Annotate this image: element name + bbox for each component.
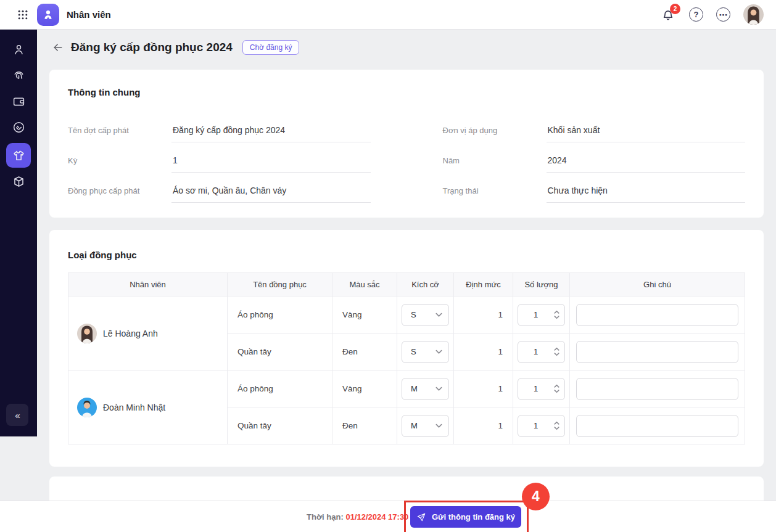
wallet-icon [12, 94, 26, 108]
field-uniforms-issued: Đồng phục cấp phát Áo sơ mi, Quần âu, Ch… [68, 173, 371, 203]
employee-avatar [77, 324, 97, 343]
table-row: Đoàn Minh Nhật Áo phông Vàng M 1 1 [68, 370, 745, 407]
size-select-value: S [411, 310, 416, 319]
deadline-label: Thời hạn: [307, 512, 344, 522]
app-title: Nhân viên [67, 9, 111, 20]
note-input[interactable] [576, 341, 738, 363]
page-header: Đăng ký cấp đồng phục 2024 Chờ đăng ký [37, 30, 776, 65]
size-select[interactable]: S [402, 341, 449, 363]
uniform-name-cell: Áo phông [228, 297, 332, 334]
chevron-down-icon [435, 387, 442, 391]
col-header-quantity: Số lượng [513, 273, 570, 297]
field-applied-unit: Đơn vị áp dụng Khối sản xuất [443, 112, 746, 142]
submit-button-label: Gửi thông tin đăng ký [432, 512, 515, 522]
quantity-stepper[interactable]: 1 [518, 378, 565, 400]
field-label: Đơn vị áp dụng [443, 126, 547, 142]
sidebar-item-assets[interactable] [6, 169, 31, 194]
table-header-row: Nhân viên Tên đồng phục Màu sắc Kích cỡ … [68, 273, 745, 297]
general-info-card: Thông tin chung Tên đợt cấp phát Đăng ký… [49, 70, 764, 218]
chevron-down-icon [435, 350, 442, 354]
col-header-size: Kích cỡ [397, 273, 454, 297]
color-cell: Vàng [332, 297, 397, 334]
uniform-name-cell: Quần tây [228, 407, 332, 444]
batch-name-input[interactable]: Đăng ký cấp đồng phục 2024 [171, 125, 371, 142]
user-icon [12, 43, 26, 57]
size-select-value: M [411, 421, 418, 430]
quantity-stepper[interactable]: 1 [518, 415, 565, 437]
note-input[interactable] [576, 415, 738, 437]
section-title-uniform-types: Loại đồng phục [49, 230, 764, 260]
uniform-types-card: Loại đồng phục Nhân viên Tên đồng phục M… [49, 230, 764, 467]
color-cell: Đen [332, 407, 397, 444]
apps-grid-icon[interactable] [16, 8, 30, 22]
size-select[interactable]: M [402, 378, 449, 400]
size-select[interactable]: S [402, 304, 449, 326]
back-arrow-icon [52, 41, 64, 54]
section-title-general-info: Thông tin chung [49, 70, 764, 97]
page-title: Đăng ký cấp đồng phục 2024 [71, 41, 233, 54]
status-input[interactable]: Chưa thực hiện [547, 186, 746, 203]
employee-name: Đoàn Minh Nhật [103, 403, 165, 412]
more-options-icon[interactable]: ⋯ [716, 7, 730, 22]
user-avatar[interactable] [743, 4, 764, 25]
stepper-arrows-icon [553, 309, 560, 321]
quantity-stepper[interactable]: 1 [518, 304, 565, 326]
sidebar-item-uniform[interactable] [6, 143, 31, 168]
field-batch-name: Tên đợt cấp phát Đăng ký cấp đồng phục 2… [68, 112, 371, 142]
quantity-value: 1 [518, 347, 553, 356]
quota-cell: 1 [454, 334, 513, 370]
handshake-icon [12, 120, 26, 134]
col-header-note: Ghi chú [570, 273, 745, 297]
field-label: Tên đợt cấp phát [68, 126, 171, 142]
quantity-value: 1 [518, 421, 553, 430]
deadline-value: 01/12/2024 17:30 [345, 512, 408, 522]
size-select[interactable]: M [402, 415, 449, 437]
notification-badge: 2 [670, 4, 680, 14]
fingerprint-icon [12, 68, 26, 83]
stepper-arrows-icon [553, 346, 560, 358]
submit-registration-button[interactable]: Gửi thông tin đăng ký [410, 506, 521, 528]
field-year: Năm 2024 [443, 142, 746, 173]
sidebar-item-payroll[interactable] [6, 89, 31, 113]
sidebar-item-attendance[interactable] [6, 63, 31, 88]
applied-unit-input[interactable]: Khối sản xuất [547, 125, 746, 142]
field-label: Kỳ [68, 156, 171, 173]
app-logo-icon[interactable] [37, 4, 59, 26]
employee-avatar [77, 398, 97, 417]
color-cell: Vàng [332, 370, 397, 407]
sidebar-item-engagement[interactable] [6, 115, 31, 139]
field-period: Kỳ 1 [68, 142, 371, 173]
back-button[interactable] [51, 41, 65, 54]
sidebar-item-profile[interactable] [6, 37, 31, 62]
col-header-quota: Định mức [454, 273, 513, 297]
footer-action-bar: Thời hạn: 01/12/2024 17:30 Gửi thông tin… [0, 501, 776, 532]
deadline-text: Thời hạn: 01/12/2024 17:30 [307, 512, 408, 522]
note-input[interactable] [576, 378, 738, 400]
size-select-value: S [411, 347, 416, 356]
note-input[interactable] [576, 304, 738, 326]
color-cell: Đen [332, 334, 397, 370]
col-header-uniform-name: Tên đồng phục [228, 273, 332, 297]
uniforms-issued-input[interactable]: Áo sơ mi, Quần âu, Chân váy [171, 186, 371, 203]
sidebar: « [0, 30, 37, 436]
package-icon [12, 174, 26, 189]
chevron-down-icon [435, 424, 442, 428]
status-badge: Chờ đăng ký [242, 40, 300, 55]
quota-cell: 1 [454, 370, 513, 407]
stepper-arrows-icon [553, 420, 560, 432]
uniform-name-cell: Áo phông [228, 370, 332, 407]
uniform-table: Nhân viên Tên đồng phục Màu sắc Kích cỡ … [68, 272, 745, 444]
size-select-value: M [411, 384, 418, 393]
col-header-color: Màu sắc [332, 273, 397, 297]
chevron-down-icon [435, 313, 442, 317]
employee-name: Lê Hoàng Anh [103, 329, 158, 338]
quota-cell: 1 [454, 297, 513, 334]
year-input[interactable]: 2024 [547, 155, 746, 173]
period-input[interactable]: 1 [171, 155, 371, 173]
help-icon[interactable]: ? [689, 7, 703, 22]
field-label: Trạng thái [443, 186, 547, 203]
field-label: Đồng phục cấp phát [68, 186, 171, 203]
notification-bell-icon[interactable]: 2 [660, 7, 676, 23]
collapse-sidebar-button[interactable]: « [6, 404, 28, 426]
quantity-stepper[interactable]: 1 [518, 341, 565, 363]
